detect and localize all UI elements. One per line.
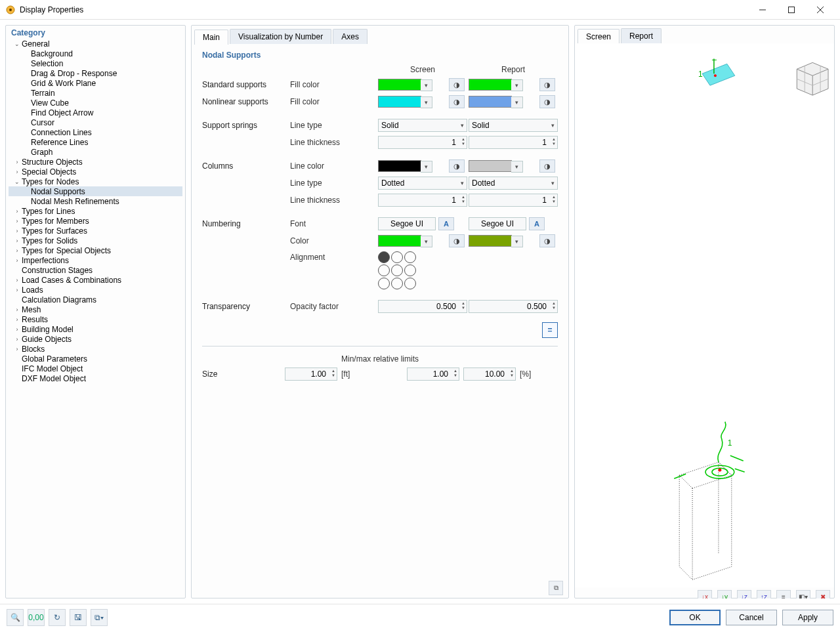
- tree-item-global-parameters[interactable]: Global Parameters: [9, 354, 182, 364]
- tree-item-building-model[interactable]: ›Building Model: [9, 324, 182, 334]
- springs-report-thickness[interactable]: 1▲▼: [469, 136, 558, 149]
- columns-report-linetype[interactable]: Dotted▾: [469, 177, 558, 190]
- tab-main[interactable]: Main: [194, 30, 228, 45]
- tool-save-icon[interactable]: 🖫: [70, 609, 87, 626]
- tree-item-blocks[interactable]: ›Blocks: [9, 344, 182, 354]
- preview-viewport[interactable]: 1: [575, 43, 834, 587]
- tree-item-guide-objects[interactable]: ›Guide Objects: [9, 334, 182, 344]
- limit-max[interactable]: 10.00▲▼: [463, 368, 516, 381]
- nonlinear-report-color[interactable]: ▾: [469, 96, 512, 108]
- tree-item-load-cases-combinations[interactable]: ›Load Cases & Combinations: [9, 275, 182, 285]
- chevron-icon[interactable]: ›: [12, 169, 22, 175]
- numbering-report-font[interactable]: Segoe UI: [469, 217, 526, 230]
- tree-item-find-object-arrow[interactable]: Find Object Arrow: [9, 108, 182, 117]
- chevron-icon[interactable]: ›: [12, 208, 22, 215]
- tab-report[interactable]: Report: [621, 28, 662, 43]
- tree-item-special-objects[interactable]: ›Special Objects: [9, 167, 182, 177]
- columns-screen-thickness[interactable]: 1▲▼: [378, 194, 467, 207]
- copy-settings-icon[interactable]: ⧉: [549, 581, 563, 595]
- view-minus-y-icon[interactable]: ↓y: [717, 590, 732, 598]
- chevron-icon[interactable]: ›: [12, 346, 22, 352]
- tool-copy-icon[interactable]: ⧉▾: [91, 609, 108, 626]
- chevron-icon[interactable]: ›: [12, 306, 22, 313]
- tree-item-selection[interactable]: Selection: [9, 58, 182, 68]
- apply-button[interactable]: Apply: [782, 610, 833, 625]
- chevron-icon[interactable]: ›: [12, 257, 22, 264]
- chevron-icon[interactable]: ›: [12, 238, 22, 244]
- standard-report-color[interactable]: ▾: [469, 79, 512, 91]
- chevron-icon[interactable]: ›: [12, 159, 22, 165]
- chevron-icon[interactable]: ›: [12, 336, 22, 343]
- chevron-icon[interactable]: ›: [12, 316, 22, 323]
- minimize-button[interactable]: [748, 0, 777, 20]
- chevron-icon[interactable]: ›: [12, 247, 22, 254]
- tree-item-types-for-solids[interactable]: ›Types for Solids: [9, 236, 182, 245]
- tree-item-structure-objects[interactable]: ›Structure Objects: [9, 157, 182, 167]
- transparency-screen[interactable]: 0.500▲▼: [378, 300, 467, 313]
- tree-item-nodal-supports[interactable]: Nodal Supports: [9, 186, 182, 196]
- alignment-matrix[interactable]: [378, 251, 558, 289]
- springs-report-linetype[interactable]: Solid▾: [469, 119, 558, 132]
- chevron-icon[interactable]: ›: [12, 228, 22, 234]
- springs-screen-thickness[interactable]: 1▲▼: [378, 136, 467, 149]
- tree-item-types-for-nodes[interactable]: ⌄Types for Nodes: [9, 177, 182, 186]
- springs-screen-linetype[interactable]: Solid▾: [378, 119, 467, 132]
- numbering-screen-color[interactable]: ▾: [378, 235, 421, 247]
- tree-item-loads[interactable]: ›Loads: [9, 285, 182, 295]
- size-value[interactable]: 1.00▲▼: [285, 368, 337, 381]
- columns-report-thickness[interactable]: 1▲▼: [469, 194, 558, 207]
- tree-item-background[interactable]: Background: [9, 49, 182, 58]
- tree-item-connection-lines[interactable]: Connection Lines: [9, 127, 182, 137]
- tree-item-types-for-members[interactable]: ›Types for Members: [9, 216, 182, 226]
- tree-item-reference-lines[interactable]: Reference Lines: [9, 137, 182, 147]
- tree-item-results[interactable]: ›Results: [9, 314, 182, 324]
- tree-item-nodal-mesh-refinements[interactable]: Nodal Mesh Refinements: [9, 196, 182, 206]
- tree-item-types-for-lines[interactable]: ›Types for Lines: [9, 206, 182, 216]
- chevron-icon[interactable]: ›: [12, 326, 22, 333]
- view-x-icon[interactable]: ↓x: [698, 590, 712, 598]
- view-z-icon[interactable]: ↓z: [737, 590, 751, 598]
- maximize-button[interactable]: [777, 0, 806, 20]
- transparency-report[interactable]: 0.500▲▼: [469, 300, 558, 313]
- tree-item-view-cube[interactable]: View Cube: [9, 98, 182, 108]
- tree-item-calculation-diagrams[interactable]: Calculation Diagrams: [9, 295, 182, 304]
- standard-screen-picker-icon[interactable]: ◑: [449, 78, 465, 91]
- numbering-report-color[interactable]: ▾: [469, 235, 512, 247]
- view-box-icon[interactable]: ◧▾: [796, 590, 810, 598]
- chevron-icon[interactable]: ⌄: [12, 178, 22, 185]
- columns-report-color[interactable]: ▾: [469, 160, 512, 172]
- columns-report-picker-icon[interactable]: ◑: [539, 159, 555, 173]
- tool-refresh-icon[interactable]: ↻: [49, 609, 66, 626]
- nonlinear-report-picker-icon[interactable]: ◑: [539, 95, 555, 108]
- tab-screen[interactable]: Screen: [578, 29, 620, 44]
- numbering-screen-font-icon[interactable]: A: [438, 217, 454, 230]
- tree-item-general[interactable]: ⌄General: [9, 39, 182, 49]
- close-button[interactable]: [806, 0, 835, 20]
- tree-item-graph[interactable]: Graph: [9, 147, 182, 157]
- columns-screen-color[interactable]: ▾: [378, 160, 421, 172]
- chevron-icon[interactable]: ›: [12, 277, 22, 284]
- tree-item-imperfections[interactable]: ›Imperfections: [9, 255, 182, 265]
- tool-search-icon[interactable]: 🔍: [7, 609, 24, 626]
- tool-units-icon[interactable]: 0,00: [28, 609, 45, 626]
- view-iso-icon[interactable]: ≡: [776, 590, 791, 598]
- ok-button[interactable]: OK: [669, 610, 721, 625]
- numbering-screen-font[interactable]: Segoe UI: [378, 217, 436, 230]
- tab-visualization-by-number[interactable]: Visualization by Number: [230, 29, 331, 44]
- tree-item-cursor[interactable]: Cursor: [9, 117, 182, 127]
- numbering-report-font-icon[interactable]: A: [529, 217, 545, 230]
- tree-item-construction-stages[interactable]: Construction Stages: [9, 265, 182, 275]
- standard-screen-color[interactable]: ▾: [378, 79, 421, 91]
- chevron-icon[interactable]: ›: [12, 218, 22, 224]
- limit-min[interactable]: 1.00▲▼: [407, 368, 459, 381]
- tree-item-drag-drop-response[interactable]: Drag & Drop - Response: [9, 68, 182, 78]
- tree-item-grid-work-plane[interactable]: Grid & Work Plane: [9, 78, 182, 88]
- columns-screen-linetype[interactable]: Dotted▾: [378, 177, 467, 190]
- sync-columns-button[interactable]: =: [542, 322, 558, 338]
- tree-item-dxf-model-object[interactable]: DXF Model Object: [9, 373, 182, 383]
- chevron-icon[interactable]: ⌄: [12, 41, 22, 47]
- tree-item-types-for-special-objects[interactable]: ›Types for Special Objects: [9, 245, 182, 255]
- tree-item-mesh[interactable]: ›Mesh: [9, 304, 182, 314]
- view-reset-icon[interactable]: ✖: [816, 590, 830, 598]
- tree-item-types-for-surfaces[interactable]: ›Types for Surfaces: [9, 226, 182, 236]
